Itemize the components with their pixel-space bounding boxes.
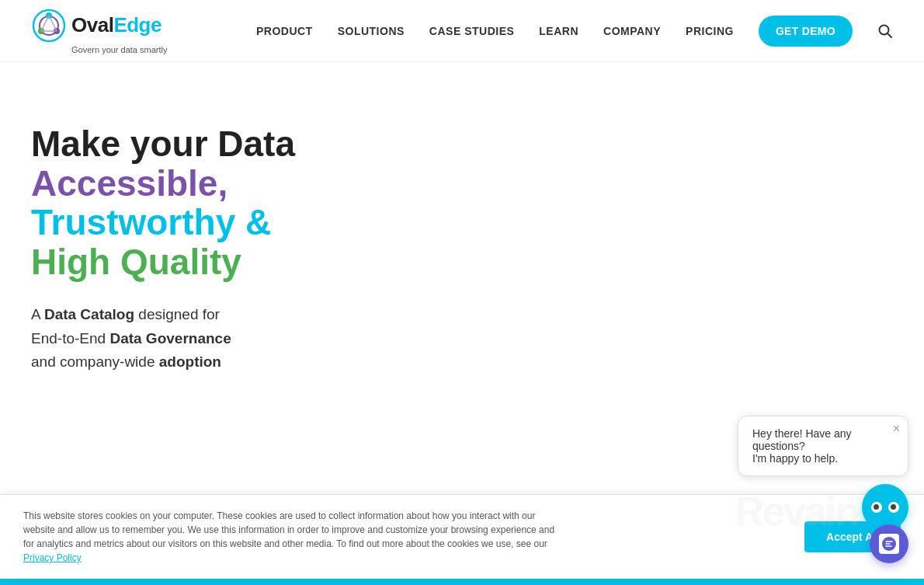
- nav-learn[interactable]: LEARN: [539, 25, 578, 37]
- nav-product[interactable]: PRODUCT: [256, 25, 313, 37]
- revain-icon: [879, 534, 899, 554]
- hero-line1: Make your Data: [31, 124, 435, 164]
- logo-text: OvalEdge: [71, 13, 162, 37]
- nav-solutions[interactable]: SOLUTIONS: [338, 25, 405, 37]
- get-demo-button[interactable]: GET DEMO: [759, 16, 853, 47]
- logo-tagline: Govern your data smartly: [71, 45, 168, 54]
- privacy-policy-link[interactable]: Privacy Policy: [23, 552, 82, 563]
- nav-company[interactable]: COMPANY: [603, 25, 661, 37]
- nav-case-studies[interactable]: CASE STUDIES: [429, 25, 514, 37]
- hero-line2: Accessible,: [31, 164, 435, 204]
- svg-line-9: [888, 33, 891, 37]
- main-nav: PRODUCT SOLUTIONS CASE STUDIES LEARN COM…: [256, 16, 893, 47]
- bottom-accent-bar: [0, 579, 924, 585]
- close-icon[interactable]: ×: [893, 423, 900, 435]
- revain-button[interactable]: [870, 524, 908, 563]
- left-eye: [871, 502, 882, 513]
- hero-sub-text2: End-to-End Data Governance: [31, 330, 231, 346]
- hero-sub-text3: and company-wide adoption: [31, 353, 221, 370]
- hero-line3: Trustworthy &: [31, 203, 435, 242]
- search-button[interactable]: [877, 23, 893, 39]
- site-header: OvalEdge Govern your data smartly PRODUC…: [0, 0, 924, 62]
- logo-icon: [31, 8, 67, 44]
- hero-sub-text1: A Data Catalog designed for: [31, 306, 220, 322]
- chat-avatar[interactable]: [862, 484, 908, 531]
- right-eye: [888, 502, 899, 513]
- hero-subtitle: A Data Catalog designed for End-to-End D…: [31, 303, 435, 374]
- hero-section: Make your Data Accessible, Trustworthy &…: [0, 62, 466, 421]
- logo-area[interactable]: OvalEdge Govern your data smartly: [31, 8, 168, 54]
- nav-pricing[interactable]: PRICING: [686, 25, 734, 37]
- chat-widget: × Hey there! Have any questions? I'm hap…: [738, 416, 908, 531]
- search-icon: [877, 23, 893, 39]
- logo[interactable]: OvalEdge: [31, 8, 162, 44]
- hero-line4: High Quality: [31, 242, 435, 282]
- chat-avatar-eyes: [871, 502, 899, 513]
- cookie-text: This website stores cookies on your comp…: [23, 509, 567, 565]
- chat-bubble-text: Hey there! Have any questions? I'm happy…: [752, 427, 894, 465]
- chat-bubble: × Hey there! Have any questions? I'm hap…: [738, 416, 908, 476]
